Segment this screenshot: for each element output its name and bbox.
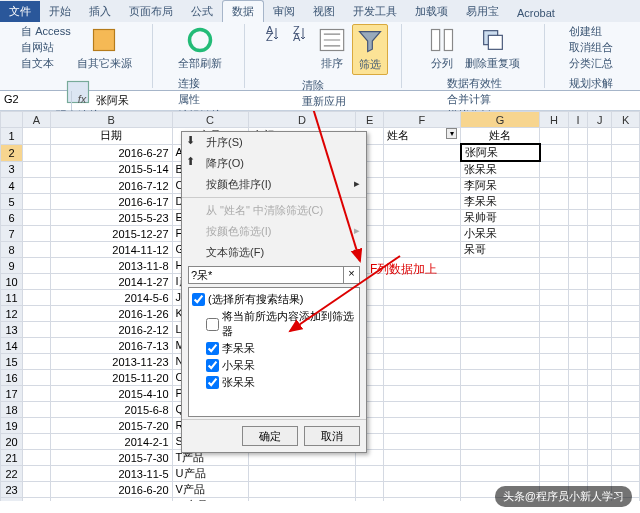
row-hdr[interactable]: 17 bbox=[1, 386, 23, 402]
row-hdr[interactable]: 1 bbox=[1, 128, 23, 145]
cell[interactable] bbox=[588, 258, 612, 274]
cell-name[interactable] bbox=[461, 434, 540, 450]
fx-icon[interactable]: fx bbox=[72, 91, 92, 110]
tab-data[interactable]: 数据 bbox=[222, 0, 264, 22]
cell-name[interactable]: 呆帅哥 bbox=[461, 210, 540, 226]
cell-name[interactable]: 李阿呆 bbox=[461, 178, 540, 194]
cell[interactable] bbox=[568, 161, 587, 178]
chk-add[interactable] bbox=[206, 318, 219, 331]
cell[interactable] bbox=[540, 354, 569, 370]
cell[interactable] bbox=[568, 210, 587, 226]
cell[interactable] bbox=[588, 322, 612, 338]
cell[interactable] bbox=[23, 482, 51, 498]
cell[interactable] bbox=[568, 178, 587, 194]
cell[interactable] bbox=[612, 144, 640, 161]
col-A[interactable]: A bbox=[23, 112, 51, 128]
btn-web[interactable]: 自网站 bbox=[21, 40, 71, 55]
row-hdr[interactable]: 22 bbox=[1, 466, 23, 482]
row-hdr[interactable]: 14 bbox=[1, 338, 23, 354]
cell[interactable] bbox=[23, 226, 51, 242]
cell[interactable] bbox=[23, 306, 51, 322]
cell-name[interactable] bbox=[461, 306, 540, 322]
cell[interactable] bbox=[23, 290, 51, 306]
cell[interactable] bbox=[568, 290, 587, 306]
cell[interactable] bbox=[540, 226, 569, 242]
cell[interactable] bbox=[612, 450, 640, 466]
cell[interactable] bbox=[612, 306, 640, 322]
cell-name[interactable] bbox=[461, 354, 540, 370]
col-C[interactable]: C bbox=[172, 112, 248, 128]
cell[interactable] bbox=[568, 194, 587, 210]
row-hdr[interactable]: 23 bbox=[1, 482, 23, 498]
btn-conn[interactable]: 连接 bbox=[178, 76, 222, 91]
formula-value[interactable]: 张阿呆 bbox=[92, 91, 640, 110]
row-hdr[interactable]: 19 bbox=[1, 418, 23, 434]
cell-name[interactable] bbox=[461, 418, 540, 434]
cell[interactable] bbox=[23, 161, 51, 178]
btn-group[interactable]: 创建组 bbox=[569, 24, 613, 39]
cell[interactable] bbox=[23, 402, 51, 418]
cell[interactable] bbox=[23, 144, 51, 161]
cell[interactable] bbox=[383, 258, 460, 274]
filter-dropdown-icon[interactable]: ▾ bbox=[446, 128, 457, 139]
row-hdr[interactable]: 12 bbox=[1, 306, 23, 322]
cell[interactable] bbox=[568, 306, 587, 322]
btn-filter[interactable]: 筛选 bbox=[352, 24, 388, 75]
col-J[interactable]: J bbox=[588, 112, 612, 128]
cell[interactable] bbox=[356, 498, 384, 502]
cell[interactable] bbox=[612, 161, 640, 178]
cell[interactable] bbox=[383, 226, 460, 242]
cell[interactable] bbox=[588, 144, 612, 161]
cell-date[interactable]: 2014-11-12 bbox=[50, 242, 172, 258]
cell[interactable] bbox=[540, 161, 569, 178]
cell[interactable] bbox=[568, 466, 587, 482]
tab-acrobat[interactable]: Acrobat bbox=[508, 4, 564, 22]
cell[interactable] bbox=[23, 258, 51, 274]
cell[interactable] bbox=[383, 498, 460, 502]
cell[interactable] bbox=[588, 306, 612, 322]
cell[interactable] bbox=[23, 274, 51, 290]
cell-product[interactable]: W产品 bbox=[172, 498, 248, 502]
row-hdr[interactable]: 7 bbox=[1, 226, 23, 242]
cell[interactable] bbox=[588, 338, 612, 354]
cell-date[interactable]: 2015-6-8 bbox=[50, 402, 172, 418]
cell[interactable] bbox=[383, 466, 460, 482]
cell[interactable] bbox=[540, 290, 569, 306]
btn-validation[interactable]: 数据有效性 bbox=[447, 76, 502, 91]
cell-name[interactable]: 呆哥 bbox=[461, 242, 540, 258]
cell-name[interactable]: 张呆呆 bbox=[461, 161, 540, 178]
cell[interactable] bbox=[568, 274, 587, 290]
cell[interactable] bbox=[540, 144, 569, 161]
cell[interactable] bbox=[23, 418, 51, 434]
chk-item[interactable] bbox=[206, 359, 219, 372]
cell-date[interactable]: 2015-5-23 bbox=[50, 210, 172, 226]
cell-name[interactable] bbox=[461, 274, 540, 290]
cell[interactable] bbox=[356, 482, 384, 498]
cell[interactable] bbox=[383, 210, 460, 226]
cell[interactable] bbox=[568, 338, 587, 354]
cell[interactable] bbox=[588, 370, 612, 386]
cell[interactable] bbox=[612, 338, 640, 354]
cell[interactable] bbox=[540, 466, 569, 482]
worksheet[interactable]: A B C D E F G H I J K 1 日期 商品 金额 姓名▾ 姓名 … bbox=[0, 111, 640, 501]
cell[interactable] bbox=[588, 402, 612, 418]
cell[interactable] bbox=[588, 450, 612, 466]
cell[interactable] bbox=[383, 450, 460, 466]
cell-name[interactable] bbox=[461, 370, 540, 386]
cell-date[interactable]: 2013-11-23 bbox=[50, 354, 172, 370]
cell[interactable] bbox=[540, 322, 569, 338]
row-hdr[interactable]: 11 bbox=[1, 290, 23, 306]
cell[interactable] bbox=[568, 322, 587, 338]
cell[interactable] bbox=[612, 194, 640, 210]
cell[interactable] bbox=[588, 386, 612, 402]
hdr-name-g[interactable]: 姓名 bbox=[461, 128, 540, 145]
tab-layout[interactable]: 页面布局 bbox=[120, 1, 182, 22]
hdr-name-f[interactable]: 姓名▾ bbox=[383, 128, 460, 145]
cell-name[interactable] bbox=[461, 466, 540, 482]
row-hdr[interactable]: 8 bbox=[1, 242, 23, 258]
cell[interactable] bbox=[612, 418, 640, 434]
cell[interactable] bbox=[588, 194, 612, 210]
cell[interactable] bbox=[23, 434, 51, 450]
col-F[interactable]: F bbox=[383, 112, 460, 128]
cell[interactable] bbox=[588, 242, 612, 258]
